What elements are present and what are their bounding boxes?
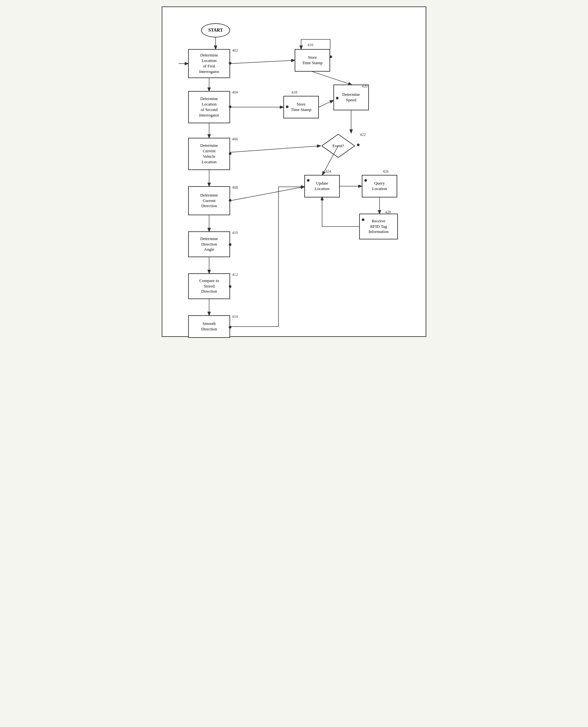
dot-424	[307, 179, 310, 182]
label-402: 402	[232, 48, 238, 53]
box-414-label: SmoothDirection	[201, 321, 217, 332]
diamond-422-label: Event?	[332, 143, 344, 148]
box-424: UpdateLocation	[304, 175, 340, 197]
box-402: DetermineLocationof FirstInterrogator	[188, 49, 230, 78]
box-404: DetermineLocationof SecondInterrogator	[188, 91, 230, 123]
box-410-label: DetermineDirectionAngle	[201, 236, 218, 253]
label-412: 412	[232, 272, 238, 277]
box-424-label: UpdateLocation	[315, 181, 330, 192]
svg-line-19	[230, 146, 320, 152]
label-418: 418	[291, 90, 297, 95]
box-406-label: DetermineCurrentVehicleLocation	[201, 143, 218, 165]
dot-422	[357, 144, 359, 146]
box-412-label: Compare toStoredDirection	[199, 278, 219, 295]
dot-426	[364, 179, 367, 182]
box-426-label: QueryLocation	[372, 181, 387, 192]
svg-line-12	[230, 187, 304, 201]
label-410: 410	[232, 230, 238, 235]
box-420-label: DetermineSpeed	[342, 92, 360, 103]
label-428: 428	[385, 210, 391, 215]
svg-line-3	[230, 60, 294, 64]
box-416: StoreTime Stamp	[295, 49, 330, 72]
box-418: StoreTime Stamp	[284, 96, 319, 119]
box-412: Compare toStoredDirection	[188, 273, 230, 299]
start-node: START	[201, 23, 230, 38]
box-414: SmoothDirection	[188, 315, 230, 338]
box-408: DetermineCurrentDirection	[188, 186, 230, 215]
dot-404	[229, 106, 231, 108]
box-416-label: StoreTime Stamp	[302, 55, 322, 66]
diamond-422: Event?	[320, 133, 356, 159]
label-404: 404	[232, 90, 238, 95]
label-416: 416	[308, 43, 313, 47]
svg-line-7	[319, 101, 333, 107]
box-428-label: ReceiveRFID TagInformation	[369, 218, 388, 235]
dot-414	[229, 326, 231, 328]
dot-408	[229, 199, 231, 202]
box-404-label: DetermineLocationof SecondInterrogator	[199, 96, 219, 118]
label-406: 406	[232, 137, 238, 142]
page: START DetermineLocationof FirstInterroga…	[162, 6, 426, 337]
dot-410	[229, 243, 231, 246]
box-426: QueryLocation	[362, 175, 397, 197]
label-408: 408	[232, 185, 238, 190]
dot-418	[286, 106, 289, 108]
label-424: 424	[325, 169, 331, 174]
box-406: DetermineCurrentVehicleLocation	[188, 138, 230, 170]
dot-416	[330, 56, 332, 58]
diagram: START DetermineLocationof FirstInterroga…	[169, 14, 419, 330]
box-418-label: StoreTime Stamp	[291, 102, 311, 113]
label-422: 422	[360, 132, 366, 137]
box-408-label: DetermineCurrentDirection	[201, 193, 218, 209]
dot-412	[229, 285, 231, 288]
dot-428	[362, 218, 364, 221]
svg-line-6	[312, 72, 351, 85]
label-426: 426	[383, 169, 388, 174]
label-414: 414	[232, 314, 238, 319]
box-402-label: DetermineLocationof FirstInterrogator	[199, 52, 219, 74]
dot-406	[229, 152, 231, 155]
box-410: DetermineDirectionAngle	[188, 231, 230, 257]
start-label: START	[208, 28, 223, 33]
box-428: ReceiveRFID TagInformation	[359, 214, 398, 239]
dot-420	[336, 97, 338, 100]
dot-402	[229, 62, 231, 65]
label-420: 420	[362, 84, 368, 89]
